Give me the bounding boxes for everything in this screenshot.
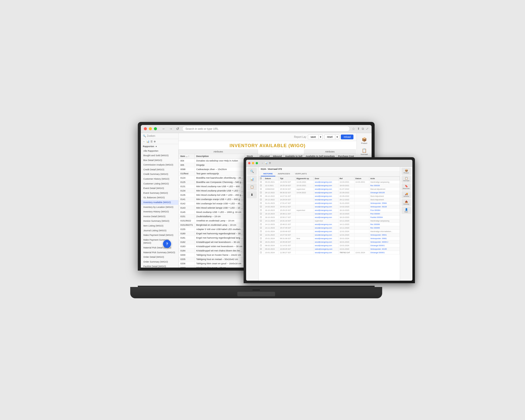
save-button[interactable]: save [308,135,319,139]
second-icon-3[interactable]: 📋 [247,183,257,190]
expand-icon[interactable]: ⤢ [366,127,369,131]
reset-button[interactable]: reset [324,135,335,139]
second-maximize[interactable] [256,162,258,164]
cell-description: Kristaldruppel wit met levensboom -- 30 … [195,240,245,244]
second-icon-verzend[interactable]: 🚚Verzend [402,191,411,198]
minimize-button[interactable] [149,127,152,130]
sidebar-item[interactable]: Invoice Summary (WIGO) [141,219,178,223]
col-updated[interactable]: Bijgewerkt op [296,177,314,180]
second-icon-voorraad[interactable]: 📋Voorraad [402,176,411,183]
back-nav-icon[interactable]: ← [143,140,145,143]
tab-historie[interactable]: HISTORIE [261,172,275,176]
add-icon[interactable]: ⊕ [154,140,156,143]
sidebar-item[interactable]: Customer Listing (WIGO) [141,181,178,186]
sidebar-item[interactable]: Event Summary (WIGO) [141,191,178,196]
table-row: ☐16-10-202315:29:15 027supervisorwout@or… [259,208,400,212]
reset-dropdown[interactable]: ▾ [335,135,339,139]
cell-item: 0183 [179,244,195,248]
second-icon-product[interactable]: 📦Product [402,168,411,175]
search-input[interactable]: Zoeken [147,135,176,137]
col-by[interactable]: Door [314,177,338,180]
cell-item: 0135 [179,193,195,197]
sidebar-item[interactable]: Material Pick Summary (WIGO) [141,250,178,255]
touchpad [237,292,275,296]
sidebar-item[interactable]: Box Detail (WIGO) [141,158,178,163]
sidebar-item[interactable]: Packlist Detail (WIGO) [141,264,178,267]
sidebar-nav: ← 📊 ☰ ⊕ [141,139,178,144]
cell-description: Tafelgong hout en houten frame -- 24x22 … [195,253,245,257]
sidebar-item[interactable]: Alle Rapporten [141,149,178,153]
col-time[interactable]: Tijd [279,177,296,180]
back-button[interactable]: ← [161,126,167,131]
cell-item: 0184 [179,248,195,253]
col-date2[interactable]: Datum [354,177,369,180]
tab-verplaats[interactable]: VERPLAATS [292,172,309,176]
col-action[interactable]: Actie [369,177,400,180]
sidebar-item[interactable]: Make Payment Summary (WIGO) [141,238,178,245]
sidebar-item[interactable]: Journal Listing (WIGO) [141,228,178,233]
sidebar-item[interactable]: Inventory Available (WIGO) [141,200,178,205]
right-icon-product[interactable]: 📦Product [359,135,370,146]
sidebar-item[interactable]: Inventory History (WIGO) [141,209,178,214]
copy-icon[interactable]: ⧉ [362,127,364,131]
tab-aanpassen[interactable]: AANPASSEN [275,172,292,176]
list-icon[interactable]: ☰ [150,140,153,143]
sidebar-item[interactable]: Customer History (WIGO) [141,177,178,181]
reload-button[interactable]: reload [341,135,353,139]
cell-item: 0206 [179,261,195,266]
cell-item: 0145 [179,210,195,214]
save-dropdown[interactable]: ▾ [319,135,323,139]
col-item[interactable]: Item ... ↑ [179,154,195,158]
help-bubble[interactable]: ? [163,240,171,248]
sidebar-item[interactable]: Material Pick Detail (WIGO) [141,245,178,250]
sidebar-item[interactable]: Make Payment Detail (WIGO) [141,233,178,238]
sidebar-item[interactable]: Inventory by Location (WIGO) [141,205,178,210]
sidebar-item[interactable]: Commission Analysis (WIGO) [141,163,178,167]
cell-item: 0155 [179,227,195,231]
second-nav-list[interactable]: ☰ [269,162,271,164]
maximize-button[interactable] [154,127,157,130]
sidebar-item[interactable]: GL Balances (WIGO) [141,195,178,200]
col-ref[interactable]: Ref [338,177,354,180]
close-button[interactable] [144,127,147,130]
reload-button[interactable]: ↺ [175,126,180,131]
cell-item: 0180 [179,231,195,236]
icon-label: Product [361,142,367,144]
second-minimize[interactable] [252,162,254,164]
second-icon-ontvang[interactable]: 📥Ontvang [402,199,411,206]
col-description[interactable]: Description [195,154,245,158]
sidebar-item[interactable]: Credit Detail (WIGO) [141,167,178,172]
sidebar-item[interactable]: Invoice Detail (WIGO) [141,214,178,219]
cell-description: Mini zoutlampje bol oranje USB + LED -- … [195,201,245,206]
sidebar-item[interactable]: Credit Summary (WIGO) [141,172,178,177]
second-main-content: 0124 - Voorraad 372 HISTORIE AANPASSEN V… [259,167,400,281]
second-icon-1[interactable]: 🔍 [247,168,257,175]
cell-description: Amethist en zoutkristal Lamp -- 19 cm [195,218,245,223]
right-icon-voorraad[interactable]: 📋Voorraad [359,146,370,157]
table-row: ☐14-11-202315:46:21 027wout@orangerey.co… [259,222,400,226]
sidebar-item[interactable]: Order Summary (WIGO) [141,260,178,264]
second-nav-back[interactable]: ← [261,162,264,164]
second-icon-2[interactable]: 📊 [247,176,257,183]
share-icon[interactable]: ⬆ [357,127,360,131]
col-date[interactable]: Datum [264,177,279,180]
second-table-container[interactable]: ☐ Datum Tijd Bijgewerkt op Door Ref Datu… [259,177,400,281]
sidebar-item[interactable]: Event Detail (WIGO) [141,186,178,191]
second-icon-klant[interactable]: 👤Klant [402,207,411,214]
second-nav-chart[interactable]: 📊 [265,162,268,164]
forward-button[interactable]: → [168,126,174,131]
sidebar-item[interactable]: Order Detail (WIGO) [141,255,178,260]
second-right-iconbar: 📦Product 📋Voorraad 🔖Reserveer 🚚Verzend 📥… [400,167,412,281]
bookmark-icon[interactable]: ☆ [352,127,355,131]
address-bar[interactable]: Search in web or type URL [182,126,350,132]
second-icon-4[interactable]: ⬇ [247,191,257,198]
sidebar-item[interactable]: Item Listing (WIGO) [141,223,178,228]
second-icon-reserveer[interactable]: 🔖Reserveer [402,183,411,190]
section-toggle[interactable]: ▲ [155,145,157,147]
chart-icon[interactable]: 📊 [146,140,149,143]
second-close[interactable] [248,162,250,164]
sidebar-item[interactable]: Bought and Sold (WIGO) [141,153,178,158]
icon-symbol: 📋 [362,148,367,153]
table-row: ☐14-11-202314:31:10 027supervisor14-11-2… [259,219,400,222]
cell-item: 0143 [179,206,195,210]
